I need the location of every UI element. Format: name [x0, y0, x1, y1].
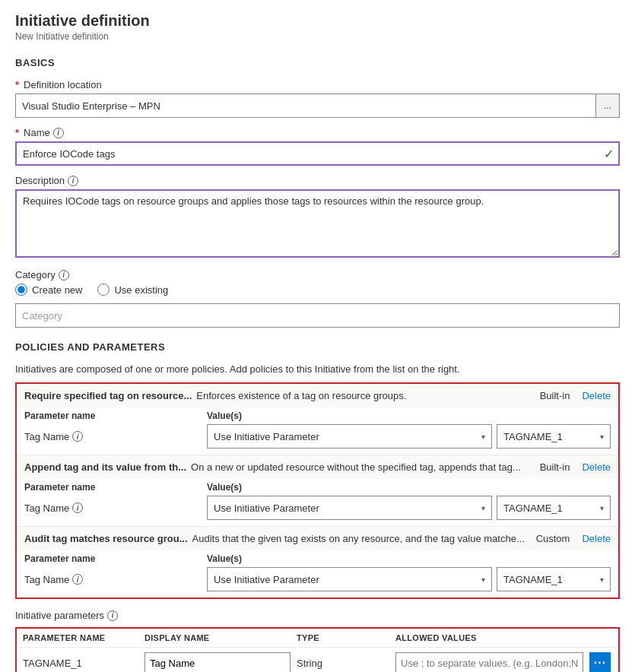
policy-row-1: Append tag and its value from th... On a… — [17, 455, 618, 527]
definition-location-input[interactable] — [15, 94, 595, 118]
initiative-params-section: Initiative parameters i PARAMETER NAME D… — [15, 610, 620, 672]
category-input[interactable]: Category — [15, 303, 620, 328]
initiative-params-table: PARAMETER NAME DISPLAY NAME TYPE ALLOWED… — [15, 627, 620, 672]
description-input[interactable]: Requires IOCode tags on resource groups … — [15, 189, 620, 258]
policy-header-1: Append tag and its value from th... On a… — [17, 455, 618, 479]
col-header-type: TYPE — [297, 633, 395, 642]
policy-header-0: Require specified tag on resource... Enf… — [17, 384, 618, 407]
create-new-option[interactable]: Create new — [15, 284, 82, 296]
col-header-param-name: PARAMETER NAME — [23, 633, 144, 642]
param-tag-name-2: Tag Name i — [24, 574, 199, 585]
definition-location-field: * Definition location ... — [15, 79, 620, 118]
policy-type-2: Custom — [536, 533, 578, 544]
param-item-1-0: Tag Name i Use Initiative Parameter ▾ TA… — [24, 496, 611, 520]
policy-type-1: Built-in — [540, 461, 578, 473]
policy-name-0: Require specified tag on resource... — [24, 390, 192, 401]
params-table-row-0: TAGNAME_1 String ··· — [17, 648, 618, 672]
policies-section-header: POLICIES AND PARAMETERS — [15, 341, 620, 353]
policy-delete-0[interactable]: Delete — [582, 390, 611, 401]
param-name-header-1: Parameter name — [24, 482, 199, 493]
name-input[interactable] — [15, 141, 620, 166]
description-label: Description i — [15, 175, 620, 186]
description-info-icon[interactable]: i — [68, 176, 78, 186]
browse-button[interactable]: ... — [595, 94, 620, 118]
policy-header-2: Audit tag matches resource grou... Audit… — [17, 527, 618, 550]
chevron-icon-1-0-2: ▾ — [600, 504, 604, 512]
param-info-icon-0-0[interactable]: i — [72, 431, 83, 442]
chevron-icon-1-0-1: ▾ — [481, 504, 485, 512]
col-header-actions — [589, 633, 612, 642]
policies-table: Require specified tag on resource... Enf… — [15, 382, 620, 599]
category-label: Category i — [15, 269, 620, 281]
allowed-values-input-0[interactable] — [395, 652, 583, 672]
param-name-header-0: Parameter name — [24, 410, 199, 421]
param-info-icon-1-0[interactable]: i — [72, 502, 83, 513]
initiative-params-info-icon[interactable]: i — [107, 610, 118, 621]
policy-params-1: Parameter name Value(s) Tag Name i Use I… — [17, 479, 618, 526]
policy-delete-1[interactable]: Delete — [582, 461, 611, 473]
param-item-0-0: Tag Name i Use Initiative Parameter ▾ TA… — [24, 424, 611, 449]
param-dropdown1-2-0[interactable]: Use Initiative Parameter ▾ — [207, 567, 492, 591]
param-values-1-0: Use Initiative Parameter ▾ TAGNAME_1 ▾ — [207, 496, 611, 520]
chevron-icon-2-0-1: ▾ — [481, 575, 485, 584]
params-table-header: PARAMETER NAME DISPLAY NAME TYPE ALLOWED… — [17, 629, 618, 648]
category-radio-group: Create new Use existing — [15, 284, 620, 296]
param-tag-name-0: Tag Name i — [24, 431, 199, 442]
name-checkmark-icon: ✓ — [604, 147, 614, 161]
param-item-2-0: Tag Name i Use Initiative Parameter ▾ TA… — [24, 567, 611, 591]
name-required-star: * — [15, 127, 19, 138]
param-tag-name-1: Tag Name i — [24, 502, 199, 514]
name-field: * Name i ✓ — [15, 127, 620, 166]
initiative-params-label: Initiative parameters i — [15, 610, 620, 621]
param-col-headers-2: Parameter name Value(s) — [24, 553, 611, 564]
col-header-display-name: DISPLAY NAME — [144, 633, 297, 642]
param-col-headers-1: Parameter name Value(s) — [24, 482, 611, 493]
policy-name-1: Append tag and its value from th... — [24, 461, 186, 473]
param-dropdown2-1-0[interactable]: TAGNAME_1 ▾ — [497, 496, 611, 520]
display-name-input-0[interactable] — [144, 652, 291, 672]
page-subtitle: New Initiative definition — [15, 31, 620, 42]
use-existing-label: Use existing — [114, 284, 168, 296]
name-info-icon[interactable]: i — [53, 128, 64, 138]
definition-location-input-group: ... — [15, 94, 620, 118]
chevron-icon-0-0-1: ▾ — [481, 433, 485, 441]
basics-section-header: BASICS — [15, 57, 620, 68]
param-dropdown1-0-0[interactable]: Use Initiative Parameter ▾ — [207, 424, 492, 449]
policy-params-2: Parameter name Value(s) Tag Name i Use I… — [17, 550, 618, 598]
more-actions-cell-0: ··· — [589, 652, 612, 672]
param-value-header-1: Value(s) — [207, 482, 611, 493]
param-values-0-0: Use Initiative Parameter ▾ TAGNAME_1 ▾ — [207, 424, 611, 449]
param-dropdown2-2-0[interactable]: TAGNAME_1 ▾ — [497, 567, 611, 591]
description-field: Description i Requires IOCode tags on re… — [15, 175, 620, 260]
policy-row-2: Audit tag matches resource grou... Audit… — [17, 527, 618, 598]
category-field: Category i Create new Use existing Categ… — [15, 269, 620, 328]
definition-location-label: * Definition location — [15, 79, 620, 90]
col-header-allowed-values: ALLOWED VALUES — [395, 633, 589, 642]
use-existing-radio[interactable] — [97, 284, 110, 296]
policy-type-0: Built-in — [540, 390, 578, 401]
param-values-2-0: Use Initiative Parameter ▾ TAGNAME_1 ▾ — [207, 567, 611, 591]
policy-row-0: Require specified tag on resource... Enf… — [17, 384, 618, 455]
param-value-header-2: Value(s) — [207, 553, 611, 564]
more-actions-button-0[interactable]: ··· — [589, 652, 611, 672]
chevron-icon-2-0-2: ▾ — [600, 575, 604, 584]
policy-desc-1: On a new or updated resource without the… — [191, 461, 535, 473]
param-dropdown1-1-0[interactable]: Use Initiative Parameter ▾ — [207, 496, 492, 520]
use-existing-option[interactable]: Use existing — [97, 284, 168, 296]
param-info-icon-2-0[interactable]: i — [72, 574, 83, 585]
page-title: Initiative definition — [15, 12, 620, 30]
param-value-header-0: Value(s) — [207, 410, 611, 421]
param-col-headers-0: Parameter name Value(s) — [24, 410, 611, 421]
type-cell-0: String — [297, 658, 395, 669]
chevron-icon-0-0-2: ▾ — [600, 433, 604, 441]
param-dropdown2-0-0[interactable]: TAGNAME_1 ▾ — [497, 424, 611, 449]
policy-name-2: Audit tag matches resource grou... — [24, 533, 188, 544]
allowed-values-cell-0 — [395, 652, 589, 672]
name-label: * Name i — [15, 127, 620, 138]
policy-desc-0: Enforces existence of a tag on resource … — [196, 390, 535, 401]
policy-delete-2[interactable]: Delete — [582, 533, 611, 544]
param-name-header-2: Parameter name — [24, 553, 199, 564]
category-info-icon[interactable]: i — [59, 270, 69, 281]
policy-params-0: Parameter name Value(s) Tag Name i Use I… — [17, 407, 618, 455]
create-new-radio[interactable] — [15, 284, 27, 296]
